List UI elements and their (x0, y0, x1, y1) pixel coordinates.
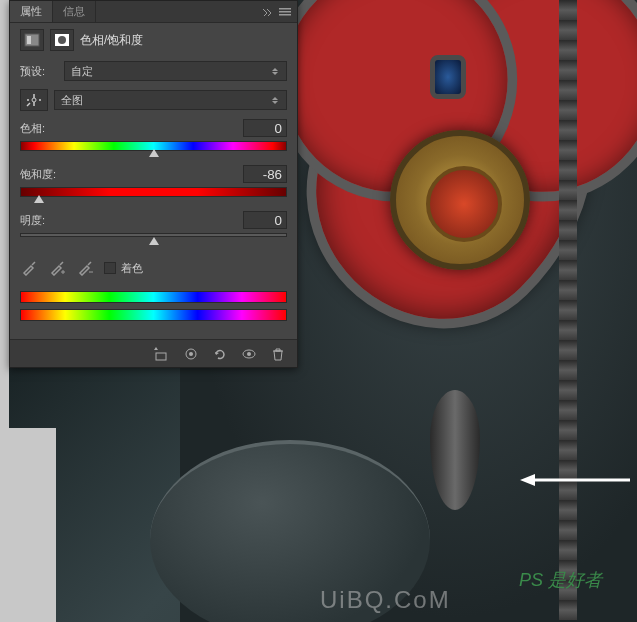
adjustment-header: 色相/饱和度 (10, 23, 297, 57)
toggle-visibility-icon[interactable] (236, 344, 262, 364)
hue-label: 色相: (20, 121, 45, 136)
eyedropper-icon[interactable] (20, 259, 38, 277)
svg-rect-6 (27, 36, 31, 44)
svg-point-9 (32, 98, 36, 102)
svg-rect-10 (156, 353, 166, 360)
preset-row: 预设: 自定 (10, 57, 297, 85)
lightness-slider-row: 明度: (10, 207, 297, 253)
preset-dropdown[interactable]: 自定 (64, 61, 287, 81)
view-previous-icon[interactable] (178, 344, 204, 364)
channel-dropdown[interactable]: 全图 (54, 90, 287, 110)
saturation-slider-thumb[interactable] (34, 195, 44, 203)
properties-panel: 属性 信息 色相/饱和度 预设: 自定 全图 色相: (9, 0, 298, 368)
targeted-adjustment-icon[interactable] (20, 89, 48, 111)
hue-slider-thumb[interactable] (149, 149, 159, 157)
collapse-icon[interactable] (259, 4, 275, 20)
blue-gem (430, 55, 466, 99)
svg-rect-4 (279, 14, 291, 16)
colorize-checkbox[interactable] (104, 262, 116, 274)
eyedropper-subtract-icon[interactable] (76, 259, 94, 277)
svg-point-8 (58, 36, 66, 44)
gold-medallion (390, 130, 530, 270)
dropdown-arrows-icon (270, 68, 280, 75)
spectrum-before (20, 291, 287, 303)
channel-value: 全图 (61, 93, 83, 108)
channel-row: 全图 (10, 85, 297, 115)
svg-point-14 (247, 352, 251, 356)
tab-info[interactable]: 信息 (53, 1, 96, 22)
tab-properties[interactable]: 属性 (10, 1, 53, 22)
lightness-slider-thumb[interactable] (149, 237, 159, 245)
reset-icon[interactable] (207, 344, 233, 364)
panel-menu-icon[interactable] (277, 4, 293, 20)
adjustment-icon[interactable] (20, 29, 44, 51)
dropdown-arrows-icon (270, 97, 280, 104)
saturation-label: 饱和度: (20, 167, 56, 182)
svg-marker-1 (520, 474, 535, 486)
panel-footer (10, 339, 297, 367)
eyedropper-row: 着色 (10, 253, 297, 283)
adjustment-title: 色相/饱和度 (80, 32, 143, 49)
saturation-slider-track[interactable] (20, 187, 287, 199)
clip-to-layer-icon[interactable] (149, 344, 175, 364)
colorize-label: 着色 (121, 261, 143, 276)
preset-label: 预设: (20, 64, 58, 79)
colorize-checkbox-wrap[interactable]: 着色 (104, 261, 143, 276)
svg-rect-3 (279, 11, 291, 13)
eyedropper-add-icon[interactable] (48, 259, 66, 277)
annotation-arrow (520, 470, 637, 492)
workspace-gray-bottom (0, 428, 56, 622)
chain-decoration (559, 0, 577, 620)
hue-value-input[interactable] (243, 119, 287, 137)
saturation-slider-row: 饱和度: (10, 161, 297, 207)
tab-info-label: 信息 (63, 4, 85, 19)
watermark-text: UiBQ.CoM (320, 586, 451, 614)
watermark-ps: PS 是好者 (519, 568, 602, 592)
preset-value: 自定 (71, 64, 93, 79)
spectrum-after (20, 309, 287, 321)
hue-slider-row: 色相: (10, 115, 297, 161)
delete-icon[interactable] (265, 344, 291, 364)
svg-rect-2 (279, 8, 291, 10)
lightness-label: 明度: (20, 213, 45, 228)
pendant-base (430, 390, 480, 510)
spectrum-display (10, 283, 297, 339)
tab-properties-label: 属性 (20, 4, 42, 19)
hue-slider-track[interactable] (20, 141, 287, 153)
lightness-value-input[interactable] (243, 211, 287, 229)
lightness-slider-track[interactable] (20, 233, 287, 245)
svg-point-12 (189, 352, 193, 356)
saturation-value-input[interactable] (243, 165, 287, 183)
mask-icon[interactable] (50, 29, 74, 51)
panel-tab-bar: 属性 信息 (10, 1, 297, 23)
